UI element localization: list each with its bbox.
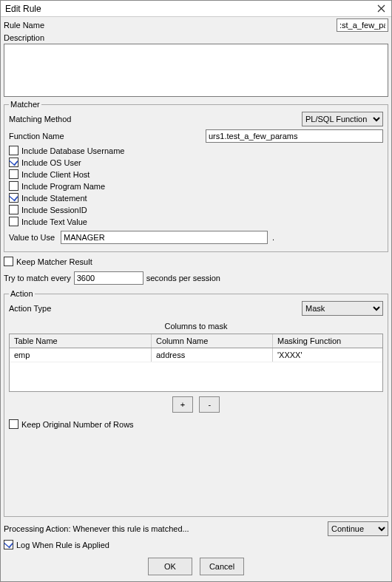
include-client-host-row[interactable]: Include Client Host: [9, 169, 383, 179]
value-to-use-row: Value to Use .: [9, 231, 383, 244]
columns-table: Table Name Column Name Masking Function …: [9, 334, 383, 392]
include-os-user-checkbox[interactable]: [9, 158, 18, 167]
try-match-suffix: seconds per session: [146, 274, 220, 282]
description-row: Description: [4, 33, 388, 42]
try-match-label: Try to match every: [4, 274, 71, 282]
dialog-buttons: OK Cancel: [4, 558, 388, 575]
keep-original-rows-row[interactable]: Keep Original Number of Rows: [9, 419, 383, 429]
include-statement-label: Include Statement: [21, 194, 87, 203]
matching-method-row: Matching Method PL/SQL Function: [9, 112, 383, 126]
rule-name-input[interactable]: [337, 18, 388, 32]
include-client-host-checkbox[interactable]: [9, 169, 18, 179]
try-match-input[interactable]: [74, 271, 143, 285]
close-button[interactable]: [374, 2, 388, 16]
cancel-button[interactable]: Cancel: [200, 558, 244, 575]
log-when-applied-label: Log When Rule is Applied: [16, 541, 109, 549]
include-sessionid-label: Include SessionID: [21, 206, 87, 214]
matcher-fieldset: Matcher Matching Method PL/SQL Function …: [4, 100, 388, 252]
include-db-username-label: Include Database Username: [21, 146, 124, 155]
log-when-applied-row[interactable]: Log When Rule is Applied: [4, 540, 388, 549]
include-program-name-label: Include Program Name: [21, 182, 105, 191]
include-db-username-checkbox[interactable]: [9, 146, 18, 155]
action-type-select[interactable]: Mask: [302, 301, 383, 316]
include-sessionid-checkbox[interactable]: [9, 205, 18, 214]
action-type-row: Action Type Mask: [9, 301, 383, 316]
include-client-host-label: Include Client Host: [21, 170, 89, 179]
th-column-name: Column Name: [152, 334, 273, 348]
include-os-user-label: Include OS User: [21, 158, 81, 167]
value-to-use-label: Value to Use: [9, 233, 56, 242]
include-db-username-row[interactable]: Include Database Username: [9, 146, 383, 155]
include-sessionid-row[interactable]: Include SessionID: [9, 205, 383, 214]
rule-name-label: Rule Name: [4, 21, 44, 30]
matching-method-label: Matching Method: [9, 115, 71, 123]
try-match-row: Try to match every seconds per session: [4, 271, 388, 285]
keep-original-rows-label: Keep Original Number of Rows: [21, 420, 134, 429]
description-textarea[interactable]: [4, 44, 388, 97]
action-type-label: Action Type: [9, 304, 51, 313]
columns-table-head: Table Name Column Name Masking Function: [10, 334, 382, 348]
keep-matcher-result-row[interactable]: Keep Matcher Result: [4, 257, 388, 266]
include-text-value-row[interactable]: Include Text Value: [9, 217, 383, 226]
value-to-use-trailing: .: [272, 233, 274, 242]
window-title: Edit Rule: [5, 4, 41, 14]
include-text-value-checkbox[interactable]: [9, 217, 18, 226]
keep-original-rows-checkbox[interactable]: [9, 419, 18, 429]
table-row[interactable]: emp address 'XXXX': [10, 348, 382, 362]
close-icon: [377, 4, 385, 13]
td-column-name[interactable]: address: [152, 348, 273, 362]
description-label: Description: [4, 33, 44, 42]
processing-action-row: Processing Action: Whenever this rule is…: [4, 521, 388, 536]
include-statement-checkbox[interactable]: [9, 193, 18, 203]
th-table-name: Table Name: [10, 334, 152, 348]
table-buttons-row: + -: [9, 396, 383, 413]
value-to-use-input[interactable]: [61, 231, 268, 244]
include-statement-row[interactable]: Include Statement: [9, 193, 383, 203]
include-text-value-label: Include Text Value: [21, 217, 87, 226]
td-masking-function[interactable]: 'XXXX': [273, 348, 382, 362]
log-when-applied-checkbox[interactable]: [4, 540, 13, 549]
include-program-name-checkbox[interactable]: [9, 181, 18, 191]
add-row-button[interactable]: +: [172, 396, 193, 413]
action-legend: Action: [9, 289, 35, 298]
include-os-user-row[interactable]: Include OS User: [9, 158, 383, 167]
columns-to-mask-header: Columns to mask: [9, 322, 383, 331]
th-masking-function: Masking Function: [273, 334, 382, 348]
function-name-input[interactable]: [206, 129, 383, 143]
function-name-label: Function Name: [9, 132, 201, 141]
keep-matcher-result-checkbox[interactable]: [4, 257, 13, 266]
action-fieldset: Action Action Type Mask Columns to mask …: [4, 289, 388, 517]
ok-button[interactable]: OK: [148, 558, 192, 575]
columns-table-body: emp address 'XXXX': [10, 348, 382, 391]
td-table-name[interactable]: emp: [10, 348, 152, 362]
processing-action-label: Processing Action: Whenever this rule is…: [4, 524, 189, 533]
remove-row-button[interactable]: -: [199, 396, 220, 413]
processing-action-select[interactable]: Continue: [328, 521, 388, 536]
keep-matcher-result-label: Keep Matcher Result: [16, 257, 92, 266]
edit-rule-window: Edit Rule Rule Name Description Matcher …: [0, 0, 392, 582]
include-program-name-row[interactable]: Include Program Name: [9, 181, 383, 191]
rule-name-row: Rule Name: [4, 18, 388, 32]
function-name-row: Function Name: [9, 129, 383, 143]
matching-method-select[interactable]: PL/SQL Function: [302, 112, 383, 126]
titlebar: Edit Rule: [1, 1, 391, 17]
dialog-body: Rule Name Description Matcher Matching M…: [1, 17, 391, 581]
matcher-legend: Matcher: [9, 100, 41, 109]
